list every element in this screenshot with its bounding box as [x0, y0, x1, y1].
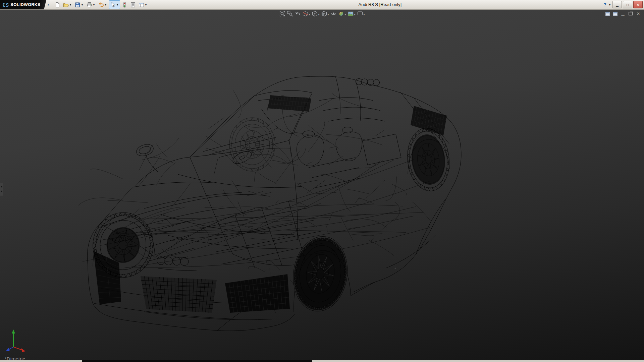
- document-window-controls: ▁✕: [605, 11, 641, 16]
- headrest-left: [303, 131, 315, 137]
- edit-appearance-button[interactable]: ▾: [338, 11, 346, 18]
- close-window-button[interactable]: ✕: [633, 1, 643, 8]
- display-style-dropdown-arrow[interactable]: ▾: [327, 13, 329, 16]
- window-controls: ?▾▁□✕: [603, 1, 643, 8]
- select-icon: [110, 2, 116, 8]
- view-orientation-icon: [312, 11, 318, 18]
- dassault-3ds-logo-icon: 3S: [3, 2, 9, 7]
- document-title: Audi R8 S [Read-only]: [358, 0, 401, 9]
- menu-flyout-arrow-icon[interactable]: ▸: [46, 1, 51, 8]
- splitter-right-arrow-icon[interactable]: [1, 190, 2, 193]
- zoom-to-fit-button[interactable]: [279, 11, 285, 18]
- open-icon: [63, 2, 69, 8]
- save-icon: [75, 2, 80, 8]
- options-dropdown-arrow[interactable]: ▾: [144, 3, 148, 6]
- rebuild-icon: [122, 2, 127, 8]
- display-style-button[interactable]: ▾: [321, 11, 329, 18]
- options-icon: [139, 2, 144, 8]
- tile-pane-alt-button[interactable]: [613, 11, 618, 16]
- print-button[interactable]: ▾: [86, 0, 97, 9]
- hide-show-items-icon: [331, 11, 337, 18]
- rebuild-button[interactable]: [121, 0, 128, 9]
- hatch-region: [225, 274, 290, 313]
- wheel: [229, 118, 275, 171]
- tile-pane-icon: [605, 12, 610, 16]
- display-style-icon: [321, 11, 327, 18]
- print-icon: [87, 2, 92, 8]
- z-axis-arrow: [6, 347, 13, 351]
- x-axis-arrow: [13, 347, 25, 352]
- maximize-window-button[interactable]: □: [623, 1, 632, 8]
- file-properties-icon: [130, 2, 136, 8]
- undo-dropdown-arrow[interactable]: ▾: [104, 3, 107, 6]
- steering-hub: [239, 155, 246, 160]
- hatch-region: [411, 106, 447, 135]
- view-settings-icon: [357, 11, 363, 18]
- brand-name: SOLIDWORKS: [10, 2, 40, 7]
- select-dropdown-arrow[interactable]: ▾: [116, 3, 119, 6]
- undo-button[interactable]: ▾: [97, 0, 108, 9]
- wireframe-flow-lines: [100, 160, 431, 268]
- view-orientation-dropdown-arrow[interactable]: ▾: [318, 13, 319, 16]
- splitter-left-arrow-icon[interactable]: [1, 185, 2, 188]
- apply-scene-button[interactable]: ▾: [347, 11, 356, 18]
- zoom-to-fit-icon: [279, 11, 285, 18]
- open-dropdown-arrow[interactable]: ▾: [69, 3, 72, 6]
- section-view-dropdown-arrow[interactable]: ▾: [309, 13, 310, 16]
- titlebar: 3S SOLIDWORKS ▸ ▾▾▾▾▾▾ Audi R8 S [Read-o…: [0, 0, 644, 10]
- apply-scene-icon: [348, 11, 354, 18]
- taskbar-edge: [0, 360, 644, 362]
- section-view-button[interactable]: ▾: [302, 11, 310, 18]
- section-view-icon: [302, 11, 308, 18]
- hatch-region: [141, 276, 217, 313]
- graphics-viewport[interactable]: ▾▾▾▾▾▾ ▁✕ *Dimetric: [0, 9, 644, 360]
- wheel: [405, 126, 452, 193]
- save-button[interactable]: ▾: [74, 0, 85, 9]
- quick-access-toolbar: ▾▾▾▾▾▾: [54, 0, 149, 9]
- taskbar-edge-segment: [82, 360, 312, 362]
- wheel: [288, 233, 352, 315]
- help-dropdown-arrow[interactable]: ▾: [608, 3, 611, 6]
- edit-appearance-icon: [338, 11, 344, 18]
- tile-pane-button[interactable]: [605, 11, 610, 16]
- tile-pane-alt-icon: [613, 12, 618, 16]
- featuremanager-splitter[interactable]: [0, 183, 3, 195]
- solidworks-logo: 3S SOLIDWORKS: [0, 0, 46, 9]
- close-document-button[interactable]: ✕: [636, 11, 641, 16]
- restore-document-button[interactable]: [628, 11, 633, 16]
- file-properties-button[interactable]: [129, 0, 137, 9]
- edit-appearance-dropdown-arrow[interactable]: ▾: [345, 13, 346, 16]
- restore-document-icon: [629, 12, 633, 15]
- options-button[interactable]: ▾: [138, 0, 149, 9]
- zoom-to-area-icon: [287, 11, 293, 18]
- y-axis-arrow: [12, 329, 15, 347]
- apply-scene-dropdown-arrow[interactable]: ▾: [354, 13, 356, 16]
- save-dropdown-arrow[interactable]: ▾: [80, 3, 84, 6]
- help-button[interactable]: ?: [603, 2, 607, 7]
- new-document-icon: [55, 2, 60, 8]
- mirror-outline: [135, 142, 155, 158]
- audi-rings: [356, 78, 380, 86]
- view-orientation-button[interactable]: ▾: [311, 11, 320, 18]
- previous-view-icon: [294, 11, 301, 18]
- reference-triad: [2, 327, 30, 355]
- minimize-document-button[interactable]: ▁: [621, 11, 625, 16]
- new-document-button[interactable]: [54, 0, 61, 9]
- zoom-to-area-button[interactable]: [286, 11, 293, 18]
- previous-view-button[interactable]: [294, 11, 301, 18]
- view-settings-button[interactable]: ▾: [357, 11, 365, 18]
- wireframe-car-model: [0, 9, 644, 360]
- heads-up-view-toolbar: ▾▾▾▾▾▾: [279, 11, 365, 18]
- minimize-window-button[interactable]: ▁: [612, 1, 622, 8]
- undo-icon: [98, 2, 104, 8]
- print-dropdown-arrow[interactable]: ▾: [92, 3, 96, 6]
- select-button[interactable]: ▾: [109, 0, 120, 9]
- view-orientation-label: *Dimetric: [5, 356, 25, 360]
- view-settings-dropdown-arrow[interactable]: ▾: [364, 13, 365, 16]
- stray-vertex-dot: [395, 268, 396, 269]
- hide-show-items-button[interactable]: [330, 11, 337, 18]
- open-button[interactable]: ▾: [62, 0, 73, 9]
